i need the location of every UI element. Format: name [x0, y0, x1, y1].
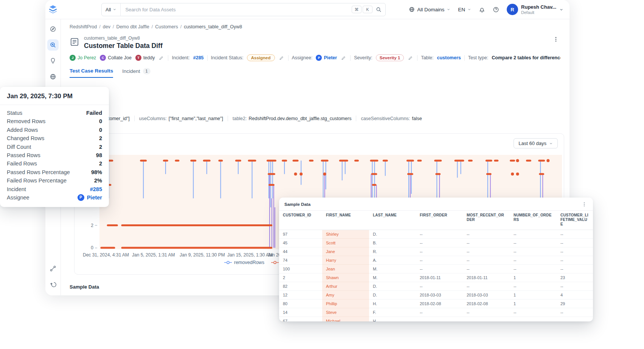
tooltip-row-value: 2: [99, 134, 102, 142]
search-scope-label: All: [106, 7, 111, 12]
tooltip-row-label: Changed Rows: [7, 134, 44, 142]
table-row[interactable]: 82ArthurD.--------: [279, 282, 593, 291]
table-row[interactable]: 67MichaelH.--------: [279, 317, 593, 322]
table-cell: H.: [369, 300, 416, 308]
help-icon[interactable]: [493, 6, 499, 13]
language-label: EN: [458, 7, 465, 12]
avatar: C: [100, 55, 106, 61]
chart-event-mark: [434, 160, 442, 162]
table-row[interactable]: 97ShirleyD.--------: [279, 230, 593, 239]
column-header[interactable]: CUSTOMER_LIFETIME_VALUE: [557, 211, 593, 230]
table-row[interactable]: 44JaneR.--------: [279, 247, 593, 256]
tooltip-incident-link[interactable]: #285: [90, 185, 102, 193]
sidebar-item-lineage[interactable]: [47, 263, 59, 274]
sidebar-item-domains[interactable]: [47, 71, 59, 82]
chevron-down-icon: [559, 8, 563, 12]
sidebar-top: [47, 23, 59, 82]
severity-badge[interactable]: Severity 1: [376, 54, 404, 61]
chart-event-mark: [539, 173, 544, 175]
table-row[interactable]: 2ShawnM.2018-01-112018-01-11123: [279, 273, 593, 282]
sidebar-item-explore[interactable]: [47, 23, 59, 35]
param-label: useColumns:: [139, 116, 167, 121]
column-header[interactable]: FIRST_ORDER: [416, 211, 463, 230]
table-row[interactable]: 100JeanM.--------: [279, 265, 593, 273]
table-row[interactable]: 12AmyD.2018-03-032018-03-0314: [279, 291, 593, 300]
page-kebab-menu[interactable]: [552, 36, 560, 43]
divider: [417, 55, 417, 61]
search-input[interactable]: [121, 6, 352, 13]
param-label: table2:: [233, 116, 247, 121]
user-menu[interactable]: R Rupesh Chav... Default: [507, 4, 563, 15]
owners: JJo PerezCCollate JoeTteddy: [70, 55, 155, 61]
search-scope-dropdown[interactable]: All: [102, 3, 121, 16]
shortcut-key: ⌘: [352, 6, 362, 13]
column-header[interactable]: FIRST_NAME: [322, 211, 369, 230]
global-search[interactable]: All ⌘K: [101, 3, 386, 16]
column-header[interactable]: NUMBER_OF_ORDERS: [510, 211, 557, 230]
entity-subtitle: customers_table_diff_Oyw8: [84, 36, 163, 41]
sample-panel-kebab-menu[interactable]: [581, 201, 588, 208]
y-tick-mark: [95, 248, 97, 248]
chart-event-mark: [383, 160, 388, 162]
table-cell: M.: [369, 273, 416, 282]
search-icon[interactable]: [376, 7, 382, 12]
table-cell: 12: [279, 291, 322, 300]
tab-test-case-results[interactable]: Test Case Results: [70, 68, 113, 78]
table-row[interactable]: 80PhillipH.2018-02-082018-02-08129: [279, 300, 593, 308]
table-link[interactable]: customers: [437, 55, 461, 60]
breadcrumb-item[interactable]: Customers: [155, 24, 178, 29]
legend-item[interactable]: removedRows: [224, 260, 264, 265]
table-cell: Michael: [322, 317, 369, 322]
chart-event-mark: [267, 160, 276, 162]
language-dropdown[interactable]: EN: [458, 7, 471, 12]
chart-bar: [121, 224, 272, 226]
incident-link[interactable]: #285: [193, 55, 204, 60]
breadcrumb-item[interactable]: dev: [103, 24, 110, 29]
tooltip-row-value: 2%: [94, 176, 102, 185]
edit-incident-status-icon[interactable]: [278, 55, 285, 61]
chart-event-mark: [293, 160, 299, 162]
app-logo[interactable]: [45, 4, 61, 15]
time-range-dropdown[interactable]: Last 60 days: [514, 138, 558, 148]
owner-chip[interactable]: CCollate Joe: [100, 55, 132, 61]
breadcrumb-item[interactable]: customers_table_diff_Oyw8: [184, 24, 242, 29]
layers-logo-icon: [47, 4, 59, 15]
edit-assignee-icon[interactable]: [340, 55, 347, 61]
tooltip-row-label: Diff Count: [7, 143, 31, 151]
chart-event-mark: [372, 184, 376, 186]
domains-dropdown[interactable]: All Domains: [409, 6, 450, 12]
chevron-down-icon: [447, 8, 450, 11]
table-row[interactable]: 74HarryA.--------: [279, 256, 593, 265]
domains-icon: [50, 73, 56, 80]
sidebar-item-insights[interactable]: [47, 55, 59, 66]
breadcrumb-item[interactable]: Demo dbt Jaffle: [116, 24, 149, 29]
tab-incident[interactable]: Incident 1: [122, 68, 150, 78]
params-row: stomer_id"]useColumns:["first_name","las…: [70, 116, 560, 121]
column-header[interactable]: LAST_NAME: [369, 211, 416, 230]
table-row[interactable]: 14SteveF.--------: [279, 308, 593, 317]
notifications-bell-icon[interactable]: [479, 6, 485, 13]
tooltip-assignee[interactable]: PPieter: [78, 193, 102, 202]
x-axis-tick: Jan 15, 2025, 1:30 AM: [227, 252, 273, 258]
owner-chip[interactable]: JJo Perez: [70, 55, 96, 61]
table-cell: R.: [369, 247, 416, 256]
chart-event-mark: [203, 160, 211, 162]
assignee-chip[interactable]: P Pieter: [316, 55, 337, 61]
chart-bar: [121, 247, 272, 249]
tooltip-row: Failed Rows Percentage2%: [7, 176, 102, 185]
column-header[interactable]: CUSTOMER_ID: [279, 211, 322, 230]
table-cell: --: [463, 256, 510, 265]
edit-severity-icon[interactable]: [407, 55, 414, 61]
table-cell: 1: [510, 300, 557, 308]
owner-chip[interactable]: Tteddy: [135, 55, 155, 61]
breadcrumb-item[interactable]: RedshiftProd: [70, 24, 97, 29]
tooltip-row-value: 98%: [91, 168, 102, 176]
explore-icon: [50, 26, 56, 32]
sidebar-item-exit[interactable]: [47, 279, 59, 290]
param-value: ["first_name","last_name"]: [169, 116, 223, 121]
table-row[interactable]: 45ScottB.--------: [279, 239, 593, 247]
incident-status-badge[interactable]: Assigned: [247, 54, 275, 61]
edit-owners-icon[interactable]: [158, 55, 164, 61]
column-header[interactable]: MOST_RECENT_ORDER: [463, 211, 510, 230]
sidebar-item-observability[interactable]: [47, 39, 59, 51]
